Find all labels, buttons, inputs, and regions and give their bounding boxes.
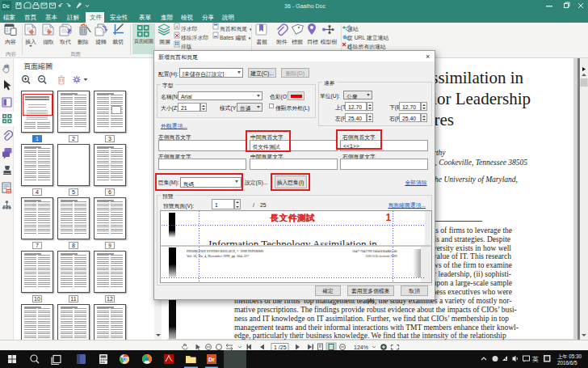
svg-text:Dc: Dc [2, 3, 10, 9]
svg-text:A: A [174, 24, 178, 29]
svg-text:124%: 124% [354, 345, 368, 350]
svg-text:英: 英 [532, 356, 539, 363]
svg-text:上午 05:30: 上午 05:30 [557, 353, 582, 359]
svg-text:Dr: Dr [208, 357, 215, 362]
svg-text:36 - Gaaiho Doc: 36 - Gaaiho Doc [284, 3, 326, 9]
svg-text:1 /25: 1 /25 [274, 345, 287, 350]
svg-text:2016/6/5: 2016/6/5 [557, 360, 578, 366]
